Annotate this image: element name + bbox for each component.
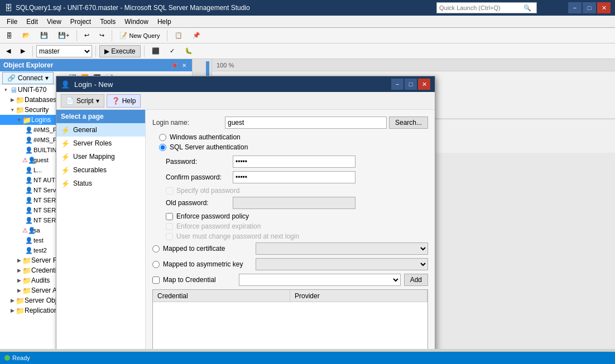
windows-auth-row[interactable]: Windows authentication: [152, 133, 428, 141]
server-icon: 🖥: [9, 85, 18, 94]
mapped-key-select[interactable]: [256, 258, 428, 270]
menu-help[interactable]: Help: [153, 17, 176, 27]
save-button[interactable]: 💾: [36, 30, 52, 42]
user-icon: 👤: [25, 246, 33, 255]
open-button[interactable]: 📂: [18, 30, 34, 42]
execute-button[interactable]: ▶ Execute: [99, 45, 141, 57]
maximize-button[interactable]: □: [583, 2, 596, 13]
user-icon: 👤: [25, 125, 33, 134]
connect-button[interactable]: 🔗 Connect ▾: [2, 72, 54, 84]
close-button[interactable]: ✕: [597, 2, 611, 13]
menu-window[interactable]: Window: [120, 17, 153, 27]
new-query-button[interactable]: 📝 New Query: [116, 30, 164, 42]
sidebar-item-user-mapping[interactable]: ⚡ User Mapping: [56, 150, 145, 163]
menu-project[interactable]: Project: [66, 17, 95, 27]
save-all-icon: 💾+: [58, 32, 69, 39]
cred-col-credential: Credential: [153, 290, 290, 302]
user-icon: 👤: [25, 176, 33, 185]
folder-icon: 📁: [16, 105, 25, 114]
user-icon: 👤: [25, 186, 33, 195]
quick-launch-input[interactable]: [437, 4, 523, 11]
copy-icon: 📋: [175, 32, 182, 39]
login-name: L...: [33, 167, 42, 173]
login-name-row: Login name: Search...: [152, 117, 428, 129]
must-change-checkbox[interactable]: [166, 233, 173, 240]
search-icon: 🔍: [523, 4, 531, 12]
script-button[interactable]: 📄 Script ▾: [61, 94, 104, 108]
sidebar-item-server-roles[interactable]: ⚡ Server Roles: [56, 137, 145, 150]
must-change-row[interactable]: User must change password at next login: [152, 232, 428, 240]
mapped-cert-select[interactable]: [256, 242, 428, 255]
menu-view[interactable]: View: [42, 17, 66, 27]
redo-icon: ↪: [99, 32, 104, 39]
dialog-sidebar: Select a page ⚡ General ⚡ Server Roles ⚡…: [56, 110, 146, 349]
pin-button[interactable]: 📌: [170, 61, 179, 70]
windows-auth-label: Windows authentication: [170, 133, 241, 141]
server-label: UNIT-670: [18, 86, 46, 94]
windows-auth-radio[interactable]: [159, 134, 166, 141]
password-input[interactable]: [233, 156, 355, 168]
user-icon: 👤: [25, 145, 33, 154]
help-button[interactable]: ❓ Help: [107, 94, 141, 108]
dialog-toolbar: 📄 Script ▾ ❓ Help: [56, 92, 435, 110]
tree-arrow: ▶: [9, 296, 16, 305]
sidebar-item-general[interactable]: ⚡ General: [56, 123, 145, 137]
mapped-key-radio[interactable]: [152, 261, 160, 268]
debug-button[interactable]: 🐛: [181, 45, 196, 57]
sql-auth-row[interactable]: SQL Server authentication: [152, 143, 428, 151]
undo-button[interactable]: ↩: [80, 30, 93, 42]
separator3: [167, 30, 167, 41]
panel-close-button[interactable]: ✕: [180, 61, 189, 70]
stop-button[interactable]: ⬛: [148, 45, 164, 57]
forward-icon: ▶: [21, 47, 25, 55]
sql-auth-radio[interactable]: [159, 144, 166, 151]
paste-button[interactable]: 📌: [189, 30, 204, 42]
help-icon: ❓: [112, 97, 120, 105]
separator: [76, 30, 77, 41]
dialog-max-button[interactable]: □: [405, 79, 417, 90]
database-selector[interactable]: master: [36, 45, 92, 57]
enforce-expiration-row[interactable]: Enforce password expiration: [152, 222, 428, 230]
save-all-button[interactable]: 💾+: [54, 30, 73, 42]
login-name: test: [33, 237, 44, 244]
redo-button[interactable]: ↪: [95, 30, 108, 42]
old-password-row: Old password:: [152, 197, 428, 209]
auth-type-group: Windows authentication SQL Server authen…: [152, 133, 428, 151]
login-name-input[interactable]: [225, 117, 387, 129]
back-button[interactable]: ◀: [2, 45, 15, 57]
map-cred-select[interactable]: [239, 274, 401, 286]
menu-tools[interactable]: Tools: [95, 17, 120, 27]
map-cred-checkbox[interactable]: [152, 276, 160, 284]
specify-old-checkbox[interactable]: [166, 187, 173, 195]
enforce-policy-label: Enforce password policy: [176, 212, 249, 220]
mapped-cert-radio[interactable]: [152, 245, 160, 253]
sep: [32, 46, 33, 57]
menu-file[interactable]: File: [2, 17, 22, 27]
parse-button[interactable]: ✓: [166, 45, 179, 57]
dialog-min-button[interactable]: −: [391, 79, 403, 90]
minimize-button[interactable]: −: [568, 2, 582, 13]
save-icon: 💾: [40, 32, 48, 39]
user-icon: ⚠👤: [25, 156, 33, 164]
sidebar-item-status[interactable]: ⚡ Status: [56, 177, 145, 190]
old-password-input[interactable]: [233, 197, 355, 209]
tree-arrow: ▶: [16, 276, 22, 285]
specify-old-row[interactable]: Specify old password: [152, 187, 428, 195]
copy-button[interactable]: 📋: [171, 30, 186, 42]
sidebar-item-securables[interactable]: ⚡ Securables: [56, 163, 145, 177]
menu-edit[interactable]: Edit: [22, 17, 42, 27]
sep2: [95, 46, 96, 57]
new-db-button[interactable]: 🗄: [2, 30, 16, 42]
tree-arrow: ▶: [16, 286, 22, 295]
search-button[interactable]: Search...: [389, 117, 428, 129]
open-icon: 📂: [22, 32, 30, 39]
app-icon: 🗄: [4, 3, 12, 12]
enforce-policy-row[interactable]: Enforce password policy: [152, 212, 428, 220]
add-credential-button[interactable]: Add: [404, 274, 428, 286]
confirm-password-input[interactable]: [233, 171, 355, 183]
enforce-policy-checkbox[interactable]: [166, 213, 173, 220]
dialog-close-button[interactable]: ✕: [418, 79, 430, 90]
paste-icon: 📌: [193, 32, 200, 39]
enforce-expiration-checkbox[interactable]: [166, 223, 173, 230]
forward-button[interactable]: ▶: [17, 45, 29, 57]
